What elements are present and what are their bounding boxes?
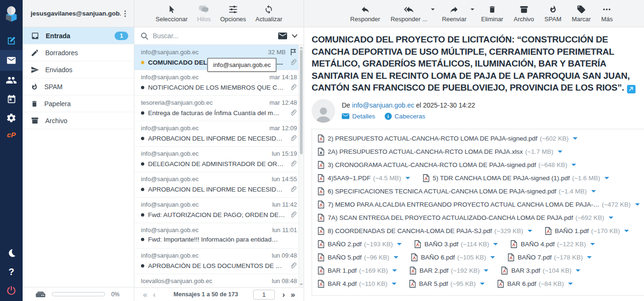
forward-dropdown-caret[interactable]	[471, 8, 474, 12]
attachment-name[interactable]: 7) MEMO PARA ALCALDIA ENTREGANDO PROYECT…	[328, 201, 599, 208]
attachment-menu-caret[interactable]	[590, 243, 595, 248]
list-scrollbar[interactable]	[298, 45, 304, 287]
attachment-menu-caret[interactable]	[405, 177, 410, 182]
attachment-menu-caret[interactable]	[591, 190, 596, 195]
attachment-item[interactable]: BAÑO 2.pdf(~193 KB)	[318, 240, 402, 248]
attachment-item[interactable]: BAÑO 4.pdf(~122 KB)	[511, 240, 594, 248]
logout-button[interactable]	[0, 281, 23, 300]
reply-all-dropdown-caret[interactable]	[431, 8, 435, 12]
attachment-name[interactable]: BAR 3.pdf	[511, 267, 540, 274]
attachment-menu-caret[interactable]	[573, 137, 578, 142]
attachment-name[interactable]: BAÑO 2.pdf	[328, 241, 362, 248]
select-button[interactable]: Seleccionar	[152, 5, 191, 23]
mark-button[interactable]: Marcar	[569, 5, 594, 23]
message-row[interactable]: info@sanjuan.gob.eclun 11:01Fwd: Importa…	[134, 223, 304, 249]
attachment-menu-caret[interactable]	[484, 269, 488, 274]
attachment-item[interactable]: BAR 2.pdf(~192 KB)	[410, 267, 489, 275]
folder-item-spam[interactable]: SPAM	[23, 78, 134, 95]
attachment-item[interactable]: 7A) SCAN ENTREGA DEL PROYECTO ACTUALIZAD…	[318, 214, 613, 222]
attachment-name[interactable]: 5) TDR CANCHA LOMA DE PAJA-signed (1).pd…	[433, 175, 570, 182]
attachment-item[interactable]: 7) MEMO PARA ALCALDIA ENTREGANDO PROYECT…	[318, 201, 640, 209]
attachment-name[interactable]: 2A) PRESUPUESTO ACTUAL-CANCHA-RCTO LOMA …	[328, 148, 523, 155]
details-link[interactable]: Detalles	[342, 113, 375, 120]
attachment-item[interactable]: BAÑO 3.pdf(~114 KB)	[414, 240, 498, 248]
headers-link[interactable]: i Cabeceras	[385, 113, 425, 120]
attachment-item[interactable]: BAÑO 5.pdf(~96 KB)	[318, 253, 398, 261]
attachment-item[interactable]: BAR 6.pdf(~84 KB)	[497, 280, 573, 288]
sender-email-link[interactable]: info@sanjuan.gob.ec	[352, 101, 414, 109]
attachment-item[interactable]: BAÑO 1.pdf(~170 KB)	[545, 227, 629, 235]
sidebar-item-settings[interactable]	[0, 109, 23, 127]
archive-button[interactable]: Archivo	[510, 5, 537, 23]
options-button[interactable]: Opciones	[217, 5, 249, 23]
scroll-up-arrow[interactable]	[299, 47, 303, 49]
attachment-name[interactable]: BAÑO 4.pdf	[520, 241, 554, 248]
attachment-menu-caret[interactable]	[576, 269, 580, 274]
reply-all-button[interactable]: Responder ...	[387, 5, 430, 23]
delete-button[interactable]: Eliminar	[478, 5, 507, 23]
attachment-name[interactable]: 7A) SCAN ENTREGA DEL PROYECTO ACTUALIZAD…	[328, 214, 573, 221]
sidebar-item-contacts[interactable]	[0, 71, 23, 90]
kebab-menu-icon[interactable]: ⋮	[121, 9, 129, 18]
sidebar-item-mail[interactable]	[0, 50, 23, 71]
forward-button[interactable]: Reenviar	[438, 5, 470, 23]
attachment-item[interactable]: BAÑO 6.pdf(~105 KB)	[411, 253, 495, 261]
attachment-menu-caret[interactable]	[558, 150, 562, 155]
message-row[interactable]: info@sanjuan.gob.eclun 14:55APROBACION D…	[134, 172, 304, 198]
attachment-name[interactable]: BAÑO 7.pdf	[518, 254, 552, 261]
prev-page-button[interactable]: ‹	[150, 291, 158, 299]
attachment-menu-caret[interactable]	[604, 177, 609, 182]
message-row[interactable]: info@sanjuan.gob.ecmar 14:18NOTIFICACION…	[134, 70, 304, 96]
message-row[interactable]: info@sanjuan.gob.eclun 15:19DELEGACION D…	[134, 147, 304, 172]
attachment-item[interactable]: BAÑO 7.pdf(~178 KB)	[508, 253, 592, 261]
dark-mode-toggle[interactable]	[0, 243, 23, 262]
more-button[interactable]: Más	[598, 5, 616, 23]
webmail-logo-icon[interactable]	[0, 0, 23, 27]
attachment-name[interactable]: 6) SPECIFICACIONES TECNICA ACTUAL-CANCHA…	[328, 188, 556, 195]
search-input[interactable]	[153, 32, 274, 40]
spam-button[interactable]: SPAM	[541, 5, 565, 23]
attachment-menu-caret[interactable]	[635, 203, 640, 208]
first-page-button[interactable]: «	[140, 291, 150, 299]
compose-button[interactable]	[0, 31, 23, 50]
attachment-name[interactable]: BAÑO 6.pdf	[421, 254, 455, 261]
attachment-menu-caret[interactable]	[571, 164, 576, 168]
attachment-item[interactable]: BAR 3.pdf(~104 KB)	[501, 267, 580, 275]
attachment-menu-caret[interactable]	[397, 243, 402, 248]
chevron-down-icon[interactable]	[291, 33, 298, 39]
list-scrollbar-thumb[interactable]	[300, 50, 303, 154]
attachment-item[interactable]: 5) TDR CANCHA LOMA DE PAJA-signed (1).pd…	[423, 174, 609, 182]
attachment-menu-caret[interactable]	[568, 283, 573, 287]
message-row[interactable]: tesoreria@sanjuan.gob.ecmar 12:48Entrega…	[134, 96, 304, 121]
attachment-item[interactable]: BAR 4.pdf(~110 KB)	[318, 280, 396, 288]
last-page-button[interactable]: »	[288, 291, 298, 299]
open-in-new-window-icon[interactable]	[627, 85, 636, 93]
threads-button[interactable]: Hilos	[194, 5, 214, 23]
refresh-button[interactable]: Actualizar	[252, 5, 286, 23]
attachment-menu-caret[interactable]	[480, 283, 485, 287]
attachment-menu-caret[interactable]	[394, 256, 398, 261]
attachment-menu-caret[interactable]	[392, 283, 396, 287]
attachment-item[interactable]: 6) SPECIFICACIONES TECNICA ACTUAL-CANCHA…	[318, 187, 596, 195]
attachment-name[interactable]: BAÑO 1.pdf	[555, 227, 589, 234]
attachment-name[interactable]: BAR 4.pdf	[328, 280, 357, 287]
folder-item-archivo[interactable]: Archivo	[23, 112, 134, 129]
attachment-menu-caret[interactable]	[587, 256, 592, 261]
attachment-name[interactable]: BAR 2.pdf	[420, 267, 449, 274]
cpanel-link[interactable]: cP	[0, 127, 23, 142]
attachment-menu-caret[interactable]	[490, 256, 495, 261]
attachment-name[interactable]: BAR 1.pdf	[328, 267, 357, 274]
message-row[interactable]: info@sanjuan.gob.eclun 11:42Fwd: AUTORIZ…	[134, 198, 304, 223]
attachment-item[interactable]: BAR 1.pdf(~169 KB)	[318, 267, 397, 275]
attachment-item[interactable]: BAR 5.pdf(~95 KB)	[409, 280, 485, 288]
scroll-down-arrow[interactable]	[299, 284, 303, 285]
help-button[interactable]: ?	[0, 262, 23, 281]
folder-item-papelera[interactable]: Papelera	[23, 95, 134, 112]
attachment-name[interactable]: 3) CRONOGRAMA ACTUAL-CANCHA-RCTO LOMA DE…	[328, 161, 536, 168]
next-page-button[interactable]: ›	[280, 291, 288, 299]
search-scope-mail-icon[interactable]	[278, 33, 287, 40]
attachment-name[interactable]: 4)5AA9~1.PDF	[328, 175, 371, 182]
message-row[interactable]: info@sanjuan.gob.eclun 09:48APROBACIÓN D…	[134, 249, 304, 274]
attachment-item[interactable]: 2) PRESUPUESTO ACTUAL-CANCHA-RCTO LOMA D…	[318, 134, 578, 142]
message-row[interactable]: lcevallos@sanjuan.gob.eclun 08:48	[134, 274, 304, 287]
